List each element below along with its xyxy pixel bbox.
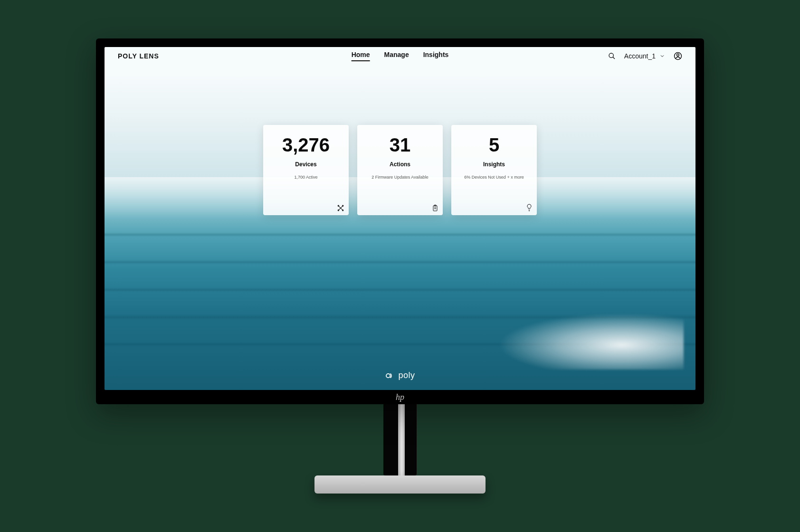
card-title: Devices	[295, 161, 316, 168]
card-value: 5	[489, 135, 499, 154]
footer-brand-text: poly	[398, 370, 415, 380]
svg-line-1	[613, 57, 615, 59]
decor-foam	[477, 308, 684, 370]
card-value: 3,276	[282, 135, 330, 154]
decor-wave	[105, 335, 695, 354]
account-picker[interactable]: Account_1	[624, 52, 665, 60]
decor-wave	[105, 308, 695, 327]
search-icon[interactable]	[608, 52, 616, 60]
nav-home[interactable]: Home	[352, 51, 370, 61]
card-value: 31	[390, 135, 411, 154]
app-logo: POLY LENS	[118, 52, 159, 60]
svg-point-0	[609, 53, 613, 57]
topbar-right: Account_1	[608, 52, 682, 60]
nav-insights[interactable]: Insights	[423, 51, 449, 61]
card-title: Insights	[483, 161, 505, 168]
user-icon[interactable]	[674, 52, 682, 60]
monitor-bezel: POLY LENS Home Manage Insights Account_1	[96, 38, 704, 404]
card-actions[interactable]: 31 Actions 2 Firmware Updates Available	[357, 125, 443, 215]
topbar: POLY LENS Home Manage Insights Account_1	[105, 47, 695, 63]
monitor-brand: hp	[396, 392, 404, 402]
card-title: Actions	[390, 161, 410, 168]
monitor-stand-base	[314, 475, 486, 494]
monitor-stand-neck	[383, 404, 417, 475]
svg-point-16	[386, 373, 390, 377]
decor-wave	[105, 253, 695, 272]
card-insights[interactable]: 5 Insights 6% Devices Not Used + x more	[451, 125, 537, 215]
poly-logo-icon	[385, 371, 394, 380]
svg-point-3	[677, 54, 679, 56]
nav-manage[interactable]: Manage	[384, 51, 409, 61]
link-icon	[337, 205, 344, 211]
monitor-frame: POLY LENS Home Manage Insights Account_1	[96, 38, 704, 494]
summary-cards: 3,276 Devices 1,700 Active 31 Actions	[105, 125, 695, 215]
footer-brand: poly	[385, 370, 415, 380]
card-subtitle: 2 Firmware Updates Available	[371, 174, 428, 181]
chevron-down-icon	[659, 53, 665, 59]
card-subtitle: 6% Devices Not Used + x more	[464, 174, 524, 181]
decor-wave	[105, 280, 695, 299]
decor-wave	[105, 225, 695, 244]
app-screen: POLY LENS Home Manage Insights Account_1	[105, 47, 695, 390]
main-nav: Home Manage Insights	[352, 51, 449, 61]
card-subtitle: 1,700 Active	[294, 174, 317, 181]
card-devices[interactable]: 3,276 Devices 1,700 Active	[263, 125, 349, 215]
bulb-icon	[526, 204, 532, 211]
account-name: Account_1	[624, 52, 656, 60]
svg-rect-10	[433, 206, 437, 211]
clipboard-icon	[432, 205, 438, 211]
